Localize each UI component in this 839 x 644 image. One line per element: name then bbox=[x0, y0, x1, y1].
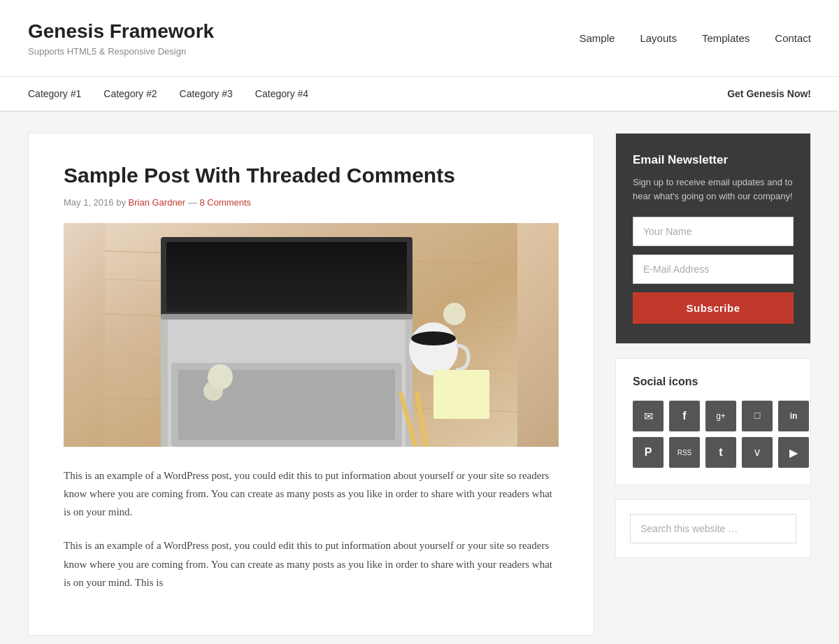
site-subtitle: Supports HTML5 & Responsive Design bbox=[28, 46, 214, 57]
post-title: Sample Post With Threaded Comments bbox=[64, 162, 559, 189]
subscribe-button[interactable]: Subscribe bbox=[633, 292, 794, 324]
post-by: by bbox=[116, 197, 128, 208]
svg-rect-11 bbox=[166, 242, 407, 312]
post-paragraph-1: This is an example of a WordPress post, … bbox=[64, 466, 559, 522]
site-header: Genesis Framework Supports HTML5 & Respo… bbox=[0, 0, 839, 77]
svg-rect-12 bbox=[161, 314, 413, 320]
newsletter-name-input[interactable] bbox=[633, 217, 794, 246]
secondary-nav: Category #1 Category #2 Category #3 Cate… bbox=[0, 77, 839, 112]
secondary-nav-cat4[interactable]: Category #4 bbox=[255, 77, 308, 110]
content-area: Sample Post With Threaded Comments May 1… bbox=[14, 133, 825, 636]
nav-layouts[interactable]: Layouts bbox=[640, 32, 677, 44]
site-title: Genesis Framework bbox=[28, 20, 214, 43]
svg-point-17 bbox=[443, 303, 466, 325]
svg-point-14 bbox=[411, 331, 456, 345]
post-body: This is an example of a WordPress post, … bbox=[64, 466, 559, 592]
post-date: May 1, 2016 bbox=[64, 197, 114, 208]
youtube-icon[interactable]: ▶ bbox=[778, 437, 809, 468]
post-meta: May 1, 2016 by Brian Gardner — 8 Comment… bbox=[64, 197, 559, 208]
post-featured-image bbox=[64, 223, 559, 447]
social-widget: Social icons ✉ f g+ □ in P RSS t v ▶ bbox=[615, 358, 811, 485]
pinterest-icon[interactable]: P bbox=[633, 437, 664, 468]
newsletter-widget-title: Email Newsletter bbox=[633, 153, 794, 167]
google-plus-icon[interactable]: g+ bbox=[705, 401, 736, 431]
instagram-icon[interactable]: □ bbox=[742, 401, 773, 431]
newsletter-form: Subscribe bbox=[633, 217, 794, 324]
rss-icon[interactable]: RSS bbox=[669, 437, 700, 468]
nav-contact[interactable]: Contact bbox=[775, 32, 811, 44]
social-icons-grid: ✉ f g+ □ in P RSS t v ▶ bbox=[633, 401, 794, 468]
newsletter-widget: Email Newsletter Sign up to receive emai… bbox=[615, 133, 811, 345]
main-content: Sample Post With Threaded Comments May 1… bbox=[28, 133, 594, 636]
email-icon[interactable]: ✉ bbox=[633, 401, 664, 431]
secondary-nav-cat2[interactable]: Category #2 bbox=[103, 77, 157, 110]
facebook-icon[interactable]: f bbox=[669, 401, 700, 431]
sidebar: Email Newsletter Sign up to receive emai… bbox=[615, 133, 811, 559]
search-widget bbox=[615, 499, 811, 558]
post-author-link[interactable]: Brian Gardner bbox=[129, 197, 186, 208]
nav-sample[interactable]: Sample bbox=[580, 32, 615, 44]
newsletter-email-input[interactable] bbox=[633, 255, 794, 284]
secondary-nav-cat1[interactable]: Category #1 bbox=[28, 77, 81, 110]
vimeo-icon[interactable]: v bbox=[742, 437, 773, 468]
get-genesis-link[interactable]: Get Genesis Now! bbox=[727, 77, 811, 110]
site-branding: Genesis Framework Supports HTML5 & Respo… bbox=[28, 20, 214, 57]
secondary-nav-left: Category #1 Category #2 Category #3 Cate… bbox=[28, 77, 308, 110]
social-widget-title: Social icons bbox=[633, 375, 794, 388]
post-image-svg bbox=[64, 223, 559, 447]
twitter-icon[interactable]: t bbox=[705, 437, 736, 468]
svg-point-16 bbox=[203, 381, 223, 401]
nav-templates[interactable]: Templates bbox=[702, 32, 750, 44]
search-input[interactable] bbox=[630, 514, 796, 543]
post-dash: — bbox=[188, 197, 200, 208]
linkedin-icon[interactable]: in bbox=[778, 401, 809, 431]
post-comments-link[interactable]: 8 Comments bbox=[199, 197, 251, 208]
newsletter-description: Sign up to receive email updates and to … bbox=[633, 176, 794, 205]
secondary-nav-right: Get Genesis Now! bbox=[727, 77, 811, 110]
post-paragraph-2: This is an example of a WordPress post, … bbox=[64, 536, 559, 592]
svg-rect-18 bbox=[433, 370, 489, 419]
secondary-nav-cat3[interactable]: Category #3 bbox=[180, 77, 233, 110]
svg-point-13 bbox=[409, 322, 458, 375]
main-nav: Sample Layouts Templates Contact bbox=[580, 32, 811, 44]
